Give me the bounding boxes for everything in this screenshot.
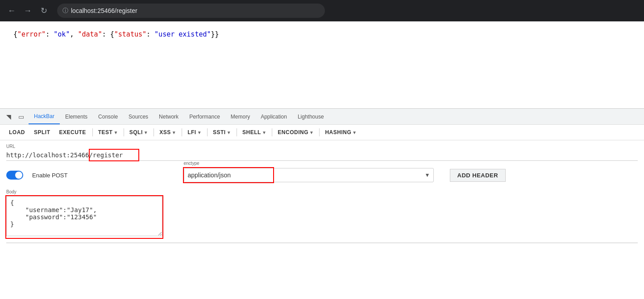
forward-button[interactable]: → — [21, 4, 34, 17]
ssti-dropdown-arrow: ▼ — [227, 130, 231, 135]
inspect-element-icon[interactable]: ◥ — [4, 111, 14, 122]
refresh-button[interactable]: ↻ — [37, 4, 50, 17]
post-section: Enable POST enctype application/json app… — [0, 163, 644, 188]
toolbar-divider-5 — [207, 128, 208, 136]
browser-chrome: ← → ↻ ⓘ localhost:25466/register — [0, 0, 644, 21]
execute-button[interactable]: EXECUTE — [56, 127, 90, 137]
enctype-select[interactable]: application/json application/x-www-form-… — [184, 168, 434, 182]
json-status-key: "status" — [114, 30, 146, 38]
enctype-wrapper: application/json application/x-www-form-… — [184, 168, 434, 182]
shell-dropdown[interactable]: SHELL ▼ — [240, 127, 269, 137]
json-response: {"error": "ok", "data": {"status": "user… — [13, 30, 631, 38]
toolbar-divider-6 — [237, 128, 237, 136]
tab-lighthouse[interactable]: Lighthouse — [292, 109, 329, 124]
lock-icon: ⓘ — [62, 7, 68, 15]
toolbar-divider-3 — [154, 128, 154, 136]
address-bar: ⓘ localhost:25466/register — [57, 4, 325, 18]
url-field-wrapper — [6, 150, 638, 161]
lfi-dropdown-arrow: ▼ — [197, 130, 202, 135]
back-button[interactable]: ← — [5, 4, 18, 17]
body-label: Body — [6, 189, 638, 194]
url-label: URL — [6, 144, 638, 149]
devtools-tabs-bar: ◥ ▭ HackBar Elements Console Sources Net… — [0, 109, 644, 125]
json-data-key: "data" — [78, 30, 102, 38]
split-button[interactable]: SPLIT — [30, 127, 54, 137]
json-error-key: "error" — [17, 30, 46, 38]
toolbar-divider-2 — [124, 128, 124, 136]
hashing-dropdown-arrow: ▼ — [352, 130, 357, 135]
enctype-section: enctype application/json application/x-w… — [184, 168, 434, 182]
device-toolbar-icon[interactable]: ▭ — [16, 111, 27, 122]
encoding-dropdown[interactable]: ENCODING ▼ — [275, 127, 316, 137]
body-section: Body { "username":"Jay17", "password":"1… — [0, 188, 644, 242]
hackbar-toolbar: LOAD SPLIT EXECUTE TEST ▼ SQLI ▼ XSS ▼ L… — [0, 125, 644, 140]
tab-console[interactable]: Console — [93, 109, 123, 124]
devtools-panel: ◥ ▭ HackBar Elements Console Sources Net… — [0, 108, 644, 243]
json-open-brace: { — [13, 30, 17, 38]
url-section: URL — [0, 140, 644, 163]
json-status-val: "user existed" — [154, 30, 211, 38]
enable-post-toggle[interactable] — [6, 171, 23, 180]
load-button[interactable]: LOAD — [5, 127, 29, 137]
tab-memory[interactable]: Memory — [225, 109, 255, 124]
page-content: {"error": "ok", "data": {"status": "user… — [0, 21, 644, 108]
sqli-dropdown-arrow: ▼ — [144, 130, 148, 135]
sqli-dropdown[interactable]: SQLI ▼ — [127, 127, 151, 137]
browser-url: localhost:25466/register — [71, 7, 137, 14]
tab-application[interactable]: Application — [255, 109, 292, 124]
toolbar-divider-7 — [272, 128, 272, 136]
body-wrapper: { "username":"Jay17", "password":"123456… — [6, 196, 162, 238]
toolbar-divider-1 — [92, 128, 93, 136]
tab-hackbar[interactable]: HackBar — [29, 109, 60, 124]
lfi-dropdown[interactable]: LFI ▼ — [185, 127, 204, 137]
shell-dropdown-arrow: ▼ — [262, 130, 266, 135]
tab-sources[interactable]: Sources — [123, 109, 154, 124]
xss-dropdown[interactable]: XSS ▼ — [157, 127, 179, 137]
test-dropdown[interactable]: TEST ▼ — [96, 127, 121, 137]
add-header-button[interactable]: ADD HEADER — [450, 169, 506, 182]
toolbar-divider-8 — [319, 128, 320, 136]
body-textarea[interactable]: { "username":"Jay17", "password":"123456… — [6, 196, 162, 236]
tab-network[interactable]: Network — [154, 109, 184, 124]
tab-performance[interactable]: Performance — [184, 109, 225, 124]
enable-post-label: Enable POST — [32, 172, 68, 179]
url-input[interactable] — [6, 150, 638, 161]
test-dropdown-arrow: ▼ — [113, 130, 118, 135]
encoding-dropdown-arrow: ▼ — [309, 130, 314, 135]
bottom-border — [6, 242, 638, 243]
enctype-label: enctype — [184, 161, 199, 166]
toolbar-divider-4 — [182, 128, 182, 136]
ssti-dropdown[interactable]: SSTI ▼ — [210, 127, 234, 137]
json-error-val: "ok" — [54, 30, 70, 38]
xss-dropdown-arrow: ▼ — [172, 130, 176, 135]
hashing-dropdown[interactable]: HASHING ▼ — [322, 127, 359, 137]
tab-elements[interactable]: Elements — [60, 109, 93, 124]
